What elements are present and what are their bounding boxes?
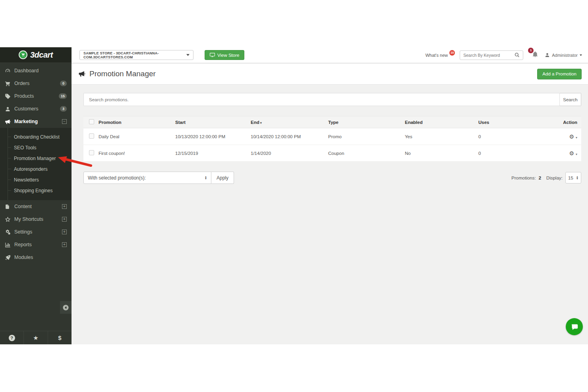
add-promotion-button[interactable]: Add a Promotion <box>537 69 582 79</box>
view-store-button[interactable]: View Store <box>205 50 244 60</box>
column-header-start[interactable]: Start <box>174 116 249 128</box>
user-menu[interactable]: Administrator <box>545 52 582 58</box>
user-label: Administrator <box>552 53 578 58</box>
products-count-badge: 15 <box>59 93 67 99</box>
keyword-search-box <box>460 50 523 60</box>
column-header-uses[interactable]: Uses <box>477 116 536 128</box>
chevron-down-icon: ▾ <box>576 153 577 156</box>
chat-button[interactable] <box>566 318 583 335</box>
column-header-promotion[interactable]: Promotion <box>97 116 174 128</box>
cell-promotion[interactable]: First coupon! <box>97 145 174 162</box>
dollar-icon: $ <box>58 334 61 341</box>
cell-start: 10/13/2020 12:00:00 PM <box>174 128 249 145</box>
apply-button[interactable]: Apply <box>211 172 234 184</box>
column-header-action: Action <box>536 116 581 128</box>
sidebar-item-marketing[interactable]: Marketing <box>0 115 72 128</box>
brand-logo[interactable]: 3dcart <box>0 47 72 62</box>
submenu-item-onboarding-checklist[interactable]: Onboarding Checklist <box>0 131 72 142</box>
submenu-item-promotion-manager[interactable]: Promotion Manager <box>0 153 72 164</box>
store-selector-dropdown[interactable]: SAMPLE STORE - 3DCART-CHRISTIANNA-COM.3D… <box>79 50 193 60</box>
cell-type: Coupon <box>327 145 403 162</box>
cell-promotion[interactable]: Daily Deal <box>97 128 174 145</box>
promotions-count-label: Promotions: <box>511 176 536 180</box>
sidebar-nav: Dashboard Orders 0 Products 15 Customers… <box>0 62 72 264</box>
column-header-enabled[interactable]: Enabled <box>403 116 477 128</box>
display-count-value: 15 <box>568 176 573 180</box>
billing-button[interactable]: $ <box>48 331 72 344</box>
orders-count-badge: 0 <box>60 81 67 86</box>
sidebar-item-customers[interactable]: Customers 3 <box>0 102 72 115</box>
collapse-section-icon[interactable] <box>62 119 67 124</box>
notifications-button[interactable]: 1 <box>532 51 538 59</box>
expand-section-icon[interactable] <box>62 217 67 222</box>
favorites-button[interactable]: ★ <box>24 331 48 344</box>
select-all-checkbox[interactable] <box>89 119 94 124</box>
help-button[interactable]: ? <box>0 331 24 344</box>
top-navbar: SAMPLE STORE - 3DCART-CHRISTIANNA-COM.3D… <box>72 47 588 64</box>
expand-section-icon[interactable] <box>62 204 67 209</box>
keyword-search-input[interactable] <box>463 53 514 58</box>
row-actions-gear-button[interactable]: ⚙ ▾ <box>569 150 577 156</box>
submenu-item-autoresponders[interactable]: Autoresponders <box>0 164 72 174</box>
promotions-count-value: 2 <box>539 176 541 180</box>
sidebar-item-label: Customers <box>14 106 38 112</box>
sidebar-item-dashboard[interactable]: Dashboard <box>0 64 72 77</box>
page-content: Search Promotion Start End▾ Type Enabled… <box>72 85 588 184</box>
sidebar-item-label: Settings <box>14 229 32 235</box>
page-header: Promotion Manager Add a Promotion <box>72 64 588 85</box>
expand-section-icon[interactable] <box>62 242 67 247</box>
submenu-item-shopping-engines[interactable]: Shopping Engines <box>0 185 72 196</box>
select-arrows-icon: ▲▼ <box>205 176 207 180</box>
sidebar-item-label: Marketing <box>14 119 38 124</box>
cell-type: Promo <box>327 128 403 145</box>
add-promotion-label: Add a Promotion <box>542 71 576 76</box>
promotion-search-button[interactable]: Search <box>560 93 581 106</box>
bulk-action-select[interactable]: With selected promotion(s): ▲▼ <box>83 172 211 184</box>
megaphone-icon <box>5 119 14 125</box>
expand-section-icon[interactable] <box>62 230 67 234</box>
submenu-item-seo-tools[interactable]: SEO Tools <box>0 142 72 153</box>
sidebar-item-label: Orders <box>14 81 29 86</box>
sidebar-item-reports[interactable]: Reports <box>0 238 72 251</box>
row-checkbox[interactable] <box>89 133 94 139</box>
whats-new-link[interactable]: What's new 10 <box>426 53 455 58</box>
search-icon[interactable] <box>514 52 520 58</box>
chevron-down-icon <box>186 54 190 56</box>
star-icon <box>5 216 14 222</box>
cell-enabled: Yes <box>403 128 477 145</box>
chevron-down-icon <box>580 54 582 56</box>
sidebar-item-settings[interactable]: Settings <box>0 226 72 238</box>
table-row: Daily Deal 10/13/2020 12:00:00 PM 10/14/… <box>83 128 581 145</box>
sidebar-item-products[interactable]: Products 15 <box>0 90 72 102</box>
store-selector-label: SAMPLE STORE - 3DCART-CHRISTIANNA-COM.3D… <box>83 51 186 59</box>
row-checkbox[interactable] <box>89 150 94 155</box>
chat-bubble-icon <box>570 322 579 331</box>
display-count-select[interactable]: 15 ▲▼ <box>565 172 581 183</box>
submenu-item-label: Newsletters <box>14 177 39 183</box>
sidebar-item-content[interactable]: Content <box>0 200 72 213</box>
sidebar-item-modules[interactable]: Modules <box>0 251 72 264</box>
row-actions-gear-button[interactable]: ⚙ ▾ <box>569 133 577 140</box>
chevron-down-icon: ▾ <box>576 136 577 139</box>
submenu-item-newsletters[interactable]: Newsletters <box>0 174 72 185</box>
admin-app: 3dcart Dashboard Orders 0 Products 15 Cu… <box>0 47 588 344</box>
promotion-search-input[interactable] <box>83 93 560 106</box>
sidebar-item-my-shortcuts[interactable]: My Shortcuts <box>0 213 72 226</box>
tag-icon <box>5 93 14 99</box>
sidebar-item-label: Dashboard <box>14 68 39 73</box>
sidebar-item-label: Reports <box>14 242 32 247</box>
person-icon <box>545 52 550 58</box>
bulk-action-label: With selected promotion(s): <box>88 175 146 181</box>
table-header-row: Promotion Start End▾ Type Enabled Uses A… <box>83 116 581 128</box>
sidebar-collapse-button[interactable] <box>60 301 72 314</box>
sort-desc-icon: ▾ <box>260 121 262 125</box>
marketing-submenu: Onboarding Checklist SEO Tools Promotion… <box>0 128 72 200</box>
sidebar-item-orders[interactable]: Orders 0 <box>0 77 72 90</box>
column-header-type[interactable]: Type <box>327 116 403 128</box>
topbar-right: What's new 10 1 Administrator <box>426 50 582 60</box>
column-header-end[interactable]: End▾ <box>249 116 327 128</box>
display-label: Display: <box>546 176 563 180</box>
whats-new-label: What's new <box>426 53 448 58</box>
pagination-info: Promotions: 2 Display: 15 ▲▼ <box>511 172 581 183</box>
whats-new-badge: 10 <box>449 50 455 56</box>
